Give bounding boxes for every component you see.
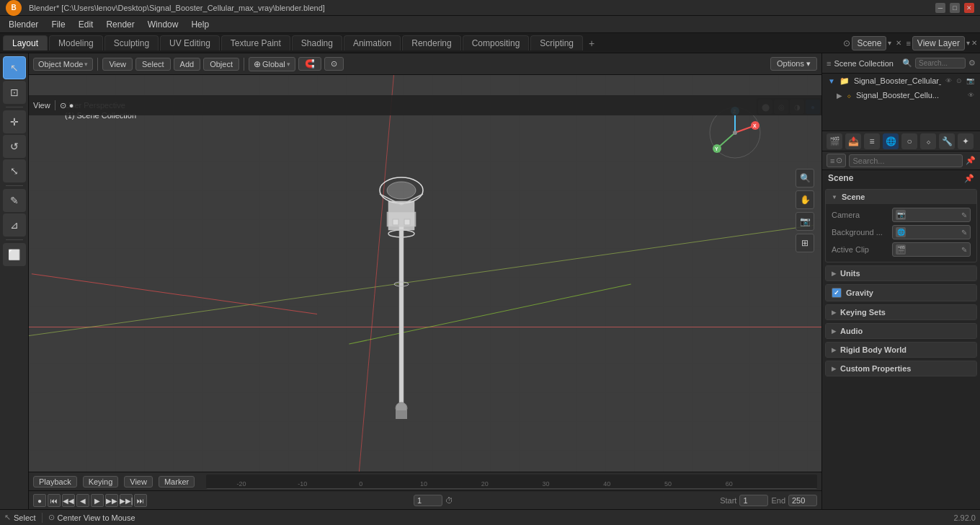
proportional-button[interactable]: ⊙	[324, 57, 344, 71]
tab-scripting[interactable]: Scripting	[530, 35, 583, 50]
prop-pin-title[interactable]: 📌	[964, 174, 974, 183]
tool-move[interactable]: ✛	[3, 110, 26, 133]
gravity-check[interactable]: ✓	[832, 288, 842, 298]
view-menu[interactable]: View	[102, 58, 133, 71]
keyingsets-header[interactable]: ▶ Keying Sets	[826, 305, 976, 319]
menu-blender[interactable]: Blender	[3, 18, 44, 31]
tab-sculpting[interactable]: Sculpting	[104, 35, 159, 50]
tab-modeling[interactable]: Modeling	[49, 35, 103, 50]
menu-file[interactable]: File	[45, 18, 71, 31]
menu-help[interactable]: Help	[185, 18, 215, 31]
frame-end-input[interactable]	[788, 495, 817, 506]
tab-compositing[interactable]: Compositing	[463, 35, 530, 50]
add-menu[interactable]: Add	[174, 58, 201, 71]
right-side: ≡ Scene Collection 🔍 ⚙ ▼ 📁 Signal_Booste…	[821, 53, 980, 509]
camera-value[interactable]: 📷 ✎	[892, 208, 971, 222]
tool-primitive[interactable]: ⬜	[3, 243, 26, 266]
frame-start-input[interactable]	[739, 495, 768, 506]
outliner-item-object[interactable]: ▶ ⬦ Signal_Booster_Cellu... 👁	[822, 88, 980, 102]
playback-menu[interactable]: Playback	[33, 476, 77, 488]
gravity-header[interactable]: ✓ Gravity	[826, 285, 976, 301]
menu-window[interactable]: Window	[142, 18, 184, 31]
camera-button[interactable]: 📷	[796, 212, 814, 231]
tab-uv-editing[interactable]: UV Editing	[160, 35, 220, 50]
tool-scale[interactable]: ⤡	[3, 159, 26, 182]
transform-dropdown[interactable]: ⊕ Global ▾	[249, 57, 295, 71]
select-menu[interactable]: Select	[135, 58, 171, 71]
view-layer-selector[interactable]: View Layer	[912, 36, 965, 50]
outliner-search[interactable]	[915, 58, 966, 69]
scene-selector[interactable]: Scene	[852, 36, 886, 50]
view-menu-tl[interactable]: View	[124, 476, 153, 488]
tl-next-keyframe[interactable]: ▶▶|	[120, 494, 133, 507]
snap-button[interactable]: 🧲	[298, 57, 321, 71]
customprops-header[interactable]: ▶ Custom Properties	[826, 361, 976, 376]
activeclip-value[interactable]: 🎬 ✎	[892, 242, 971, 257]
prop-pin[interactable]: 📌	[966, 156, 976, 165]
tab-texture-paint[interactable]: Texture Paint	[221, 35, 290, 50]
units-header[interactable]: ▶ Units	[826, 266, 976, 281]
background-value[interactable]: 🌐 ✎	[892, 225, 971, 239]
prop-nav-icons: ≡ ⊙	[827, 154, 846, 167]
tl-skip-end[interactable]: ⏭	[134, 494, 147, 507]
viewport-view-btn[interactable]: View	[33, 101, 50, 110]
object-menu[interactable]: Object	[203, 58, 239, 71]
tool-rotate[interactable]: ↺	[3, 135, 26, 158]
zoom-button[interactable]: 🔍	[796, 169, 814, 188]
toolbar-sep2	[244, 58, 244, 71]
prop-render[interactable]: 🎬	[827, 133, 842, 149]
minimize-button[interactable]: ─	[935, 3, 945, 13]
close-button[interactable]: ✕	[964, 3, 974, 13]
add-workspace-button[interactable]: +	[584, 36, 599, 50]
prop-object[interactable]: ⬦	[920, 133, 936, 149]
object-mode-dropdown[interactable]: Object Mode ▾	[33, 58, 93, 71]
properties-search[interactable]	[849, 154, 963, 167]
tl-skip-start[interactable]: ⏮	[48, 494, 61, 507]
prop-modifier[interactable]: 🔧	[939, 133, 955, 149]
menu-edit[interactable]: Edit	[73, 18, 99, 31]
grid-button[interactable]: ⊞	[796, 234, 814, 252]
prop-scene[interactable]: 🌐	[883, 133, 899, 149]
outliner-filter[interactable]: ⚙	[968, 58, 976, 68]
menu-render[interactable]: Render	[100, 18, 140, 31]
tab-rendering[interactable]: Rendering	[402, 35, 460, 50]
outliner-search-icon[interactable]: 🔍	[902, 58, 912, 68]
tool-select[interactable]: ↖	[3, 56, 26, 79]
viewport-3d[interactable]: User Perspective (1) Scene Collection	[29, 75, 821, 509]
current-frame-input[interactable]	[414, 495, 442, 506]
pan-button[interactable]: ✋	[796, 190, 814, 209]
outliner-item-collection[interactable]: ▼ 📁 Signal_Booster_Cellular_ 👁 ⊙ 📷	[822, 74, 980, 88]
status-select: Select	[14, 513, 36, 522]
tl-play[interactable]: ▶	[91, 494, 104, 507]
overlay-btn[interactable]: ⊙	[60, 101, 66, 110]
tool-select-box[interactable]: ⊡	[3, 81, 26, 104]
prop-particles[interactable]: ✦	[958, 133, 974, 149]
rigidbody-header[interactable]: ▶ Rigid Body World	[826, 343, 976, 357]
viewport-header-inner: View ⊙ ●	[29, 95, 821, 115]
tool-measure[interactable]: ⊿	[3, 213, 26, 237]
prop-viewlayer[interactable]: ≡	[864, 133, 880, 149]
shading-btn[interactable]: ●	[69, 101, 74, 110]
audio-header[interactable]: ▶ Audio	[826, 324, 976, 338]
menubar: Blender File Edit Render Window Help	[0, 16, 980, 33]
tl-prev-frame[interactable]: ◀	[76, 494, 89, 507]
prop-world[interactable]: ○	[901, 133, 917, 149]
marker-menu[interactable]: Marker	[159, 476, 195, 488]
tl-prev-keyframe[interactable]: ◀◀	[62, 494, 75, 507]
tool-annotate[interactable]: ✎	[3, 189, 26, 212]
status-sep	[42, 513, 43, 523]
camera-row: Camera 📷 ✎	[832, 207, 971, 223]
rigidbody-section: ▶ Rigid Body World	[825, 342, 977, 358]
tab-shading[interactable]: Shading	[292, 35, 342, 50]
prop-output[interactable]: 📤	[845, 133, 861, 149]
keying-menu[interactable]: Keying	[83, 476, 119, 488]
maximize-button[interactable]: □	[950, 3, 960, 13]
blender-logo: B	[6, 0, 22, 16]
options-button[interactable]: Options ▾	[770, 57, 817, 71]
tab-layout[interactable]: Layout	[3, 35, 48, 50]
tl-next-frame[interactable]: ▶▶	[105, 494, 118, 507]
tl-dot[interactable]: ●	[33, 494, 46, 507]
timeline-ruler[interactable]: -20 -10 0 10 20 30 40 50 60	[206, 475, 817, 489]
tab-animation[interactable]: Animation	[344, 35, 401, 50]
scene-section-header[interactable]: ▼ Scene	[826, 190, 976, 204]
